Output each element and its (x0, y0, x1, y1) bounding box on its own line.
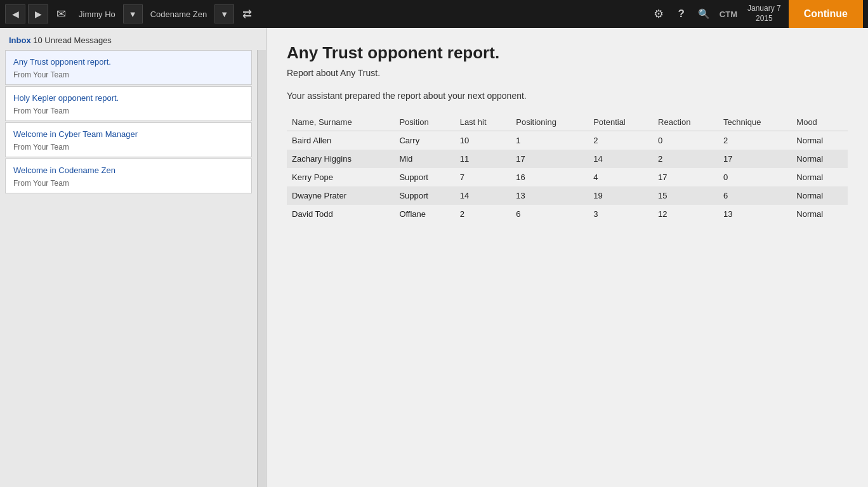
table-cell: 11 (455, 150, 511, 168)
table-cell: 13 (718, 205, 791, 223)
main-layout: Inbox 10 Unread Messages Any Trust oppon… (0, 28, 868, 487)
codename-label: Codename Zen (145, 10, 213, 19)
table-cell: 1 (511, 131, 588, 150)
message-from: From Your Team (13, 143, 244, 152)
mail-icon[interactable]: ✉ (51, 4, 71, 23)
table-cell: 7 (455, 168, 511, 186)
table-cell: Normal (791, 205, 848, 223)
search-icon[interactable]: 🔍 (694, 4, 714, 23)
settings-icon[interactable]: ⚙ (648, 4, 669, 23)
report-intro: Your assistant prepared the report about… (287, 91, 848, 101)
table-cell: Normal (791, 131, 848, 150)
table-cell: 2 (653, 150, 718, 168)
table-cell: 6 (718, 186, 791, 205)
message-title: Any Trust opponent report. (13, 57, 244, 67)
table-row: Baird AllenCarry101202Normal (287, 131, 848, 150)
column-header: Mood (791, 114, 848, 131)
report-subtitle: Report about Any Trust. (287, 68, 848, 78)
table-cell: 17 (511, 150, 588, 168)
report-title: Any Trust opponent report. (287, 43, 848, 63)
column-header: Reaction (653, 114, 718, 131)
message-from: From Your Team (13, 70, 244, 79)
player-table: Name, SurnamePositionLast hitPositioning… (287, 114, 848, 223)
table-row: David ToddOfflane2631213Normal (287, 205, 848, 223)
table-cell: Baird Allen (287, 131, 394, 150)
table-cell: 15 (653, 186, 718, 205)
table-cell: Zachary Higgins (287, 150, 394, 168)
message-item[interactable]: Holy Kepler opponent report.From Your Te… (5, 86, 252, 121)
ctm-label: CTM (717, 10, 740, 19)
table-cell: Support (394, 186, 454, 205)
table-cell: Normal (791, 186, 848, 205)
profile-name: Jimmy Ho (74, 10, 121, 19)
inbox-header: Inbox 10 Unread Messages (0, 28, 266, 50)
table-cell: 17 (653, 168, 718, 186)
table-cell: Offlane (394, 205, 454, 223)
table-cell: 12 (653, 205, 718, 223)
table-cell: 2 (588, 131, 653, 150)
swap-icon[interactable]: ⇄ (237, 4, 257, 23)
message-item[interactable]: Welcome in Codename ZenFrom Your Team (5, 159, 252, 193)
table-cell: 2 (718, 131, 791, 150)
table-cell: Kerry Pope (287, 168, 394, 186)
table-header: Name, SurnamePositionLast hitPositioning… (287, 114, 848, 131)
table-row: Zachary HigginsMid111714217Normal (287, 150, 848, 168)
table-cell: Mid (394, 150, 454, 168)
inbox-label: Inbox (9, 36, 31, 45)
sidebar: Inbox 10 Unread Messages Any Trust oppon… (0, 28, 266, 487)
table-cell: Support (394, 168, 454, 186)
table-cell: Normal (791, 150, 848, 168)
table-cell: 13 (511, 186, 588, 205)
column-header: Position (394, 114, 454, 131)
scrollbar-track[interactable] (257, 50, 266, 487)
table-row: Dwayne PraterSupport141319156Normal (287, 186, 848, 205)
help-icon[interactable]: ? (671, 4, 692, 23)
column-header: Technique (718, 114, 791, 131)
table-cell: Dwayne Prater (287, 186, 394, 205)
top-navigation-bar: ◀ ▶ ✉ Jimmy Ho ▼ Codename Zen ▼ ⇄ ⚙ ? 🔍 … (0, 0, 868, 28)
table-cell: 19 (588, 186, 653, 205)
column-header: Last hit (455, 114, 511, 131)
unread-count: 10 Unread Messages (33, 36, 112, 45)
continue-button[interactable]: Continue (789, 0, 863, 28)
message-title: Welcome in Codename Zen (13, 166, 244, 175)
message-from: From Your Team (13, 179, 244, 188)
forward-button[interactable]: ▶ (28, 4, 48, 23)
table-cell: 0 (718, 168, 791, 186)
column-header: Name, Surname (287, 114, 394, 131)
content-panel: Any Trust opponent report. Report about … (266, 28, 868, 487)
table-cell: 0 (653, 131, 718, 150)
table-cell: 14 (455, 186, 511, 205)
table-cell: 4 (588, 168, 653, 186)
date-display: January 7 2015 (742, 4, 786, 23)
profile-dropdown[interactable]: ▼ (123, 4, 143, 23)
message-item[interactable]: Welcome in Cyber Team ManagerFrom Your T… (5, 122, 252, 157)
message-title: Holy Kepler opponent report. (13, 93, 244, 103)
table-body: Baird AllenCarry101202NormalZachary Higg… (287, 131, 848, 224)
message-title: Welcome in Cyber Team Manager (13, 129, 244, 139)
back-button[interactable]: ◀ (5, 4, 25, 23)
table-cell: 10 (455, 131, 511, 150)
table-cell: Normal (791, 168, 848, 186)
table-row: Kerry PopeSupport7164170Normal (287, 168, 848, 186)
table-cell: 3 (588, 205, 653, 223)
table-cell: 14 (588, 150, 653, 168)
table-cell: David Todd (287, 205, 394, 223)
message-list: Any Trust opponent report.From Your Team… (0, 50, 257, 487)
column-header: Potential (588, 114, 653, 131)
table-cell: 17 (718, 150, 791, 168)
table-header-row: Name, SurnamePositionLast hitPositioning… (287, 114, 848, 131)
column-header: Positioning (511, 114, 588, 131)
message-from: From Your Team (13, 107, 244, 115)
table-cell: Carry (394, 131, 454, 150)
table-cell: 6 (511, 205, 588, 223)
codename-dropdown[interactable]: ▼ (214, 4, 234, 23)
table-cell: 16 (511, 168, 588, 186)
message-item[interactable]: Any Trust opponent report.From Your Team (5, 50, 252, 85)
table-cell: 2 (455, 205, 511, 223)
